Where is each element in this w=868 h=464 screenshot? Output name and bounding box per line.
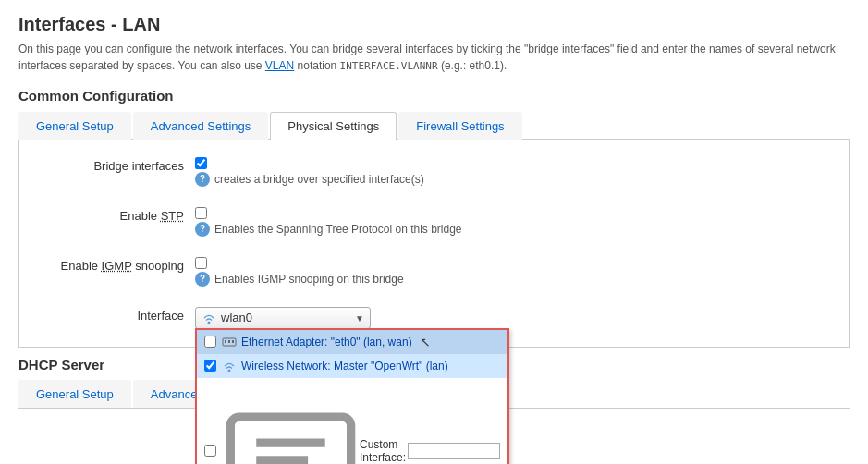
ethernet-icon bbox=[222, 335, 237, 349]
tab-advanced[interactable]: Advanced Settings bbox=[133, 112, 268, 140]
dropdown-custom-label: Custom Interface: bbox=[360, 438, 406, 464]
physical-settings-content: Bridge interfaces ? creates a bridge ove… bbox=[18, 140, 850, 348]
interface-select[interactable]: wlan0 ▼ bbox=[195, 307, 371, 329]
enable-igmp-label: Enable IGMP snooping bbox=[29, 257, 195, 273]
enable-igmp-row: Enable IGMP snooping ? Enables IGMP snoo… bbox=[29, 253, 839, 290]
config-tabs: General Setup Advanced Settings Physical… bbox=[18, 111, 850, 140]
enable-igmp-text: Enable IGMP snooping bbox=[61, 259, 184, 273]
bridge-interfaces-hint: ? creates a bridge over specified interf… bbox=[195, 172, 424, 187]
bridge-interfaces-label: Bridge interfaces bbox=[29, 157, 195, 173]
svg-point-5 bbox=[228, 369, 231, 372]
bridge-interfaces-checkbox-row bbox=[195, 157, 424, 169]
enable-igmp-control: ? Enables IGMP snooping on this bridge bbox=[195, 257, 404, 287]
dropdown-item-custom[interactable]: Custom Interface: bbox=[197, 378, 507, 465]
interface-row: Interface wlan0 ▼ bbox=[29, 303, 839, 333]
svg-rect-4 bbox=[232, 340, 234, 343]
custom-interface-icon bbox=[222, 383, 360, 465]
dropdown-wlan0-text: Wireless Network: Master "OpenWrt" (lan) bbox=[241, 360, 448, 372]
interface-dropdown-container: wlan0 ▼ Ethernet bbox=[195, 307, 371, 329]
tab-physical[interactable]: Physical Settings bbox=[270, 112, 397, 140]
dropdown-custom-input[interactable] bbox=[408, 443, 500, 459]
enable-stp-hint-text: Enables the Spanning Tree Protocol on th… bbox=[214, 223, 462, 236]
bridge-interfaces-row: Bridge interfaces ? creates a bridge ove… bbox=[29, 153, 839, 190]
enable-igmp-hint: ? Enables IGMP snooping on this bridge bbox=[195, 272, 404, 287]
enable-stp-row: Enable STP ? Enables the Spanning Tree P… bbox=[29, 203, 839, 240]
interface-dropdown-menu: Ethernet Adapter: "eth0" (lan, wan) ↖ Wi… bbox=[195, 328, 509, 465]
cursor-indicator: ↖ bbox=[420, 335, 431, 349]
dropdown-item-eth0[interactable]: Ethernet Adapter: "eth0" (lan, wan) ↖ bbox=[197, 330, 507, 354]
enable-igmp-checkbox[interactable] bbox=[195, 257, 207, 269]
tab-firewall[interactable]: Firewall Settings bbox=[398, 112, 521, 140]
page-title: Interfaces - LAN bbox=[18, 14, 850, 35]
interface-select-value: wlan0 bbox=[221, 311, 252, 324]
dropdown-eth0-text: Ethernet Adapter: "eth0" (lan, wan) bbox=[241, 336, 412, 348]
wlan-select-icon bbox=[202, 311, 216, 325]
dhcp-tab-general[interactable]: General Setup bbox=[18, 380, 131, 408]
interface-label: Interface bbox=[29, 307, 195, 323]
svg-rect-2 bbox=[225, 340, 226, 343]
enable-igmp-hint-text: Enables IGMP snooping on this bridge bbox=[214, 273, 404, 286]
svg-rect-3 bbox=[228, 340, 230, 343]
vlan-link[interactable]: VLAN bbox=[265, 59, 294, 72]
wireless-icon bbox=[222, 359, 237, 373]
interface-select-wrapper: wlan0 ▼ bbox=[195, 307, 371, 329]
bridge-interfaces-hint-icon[interactable]: ? bbox=[195, 172, 210, 187]
enable-stp-hint: ? Enables the Spanning Tree Protocol on … bbox=[195, 222, 462, 237]
common-config-title: Common Configuration bbox=[18, 88, 850, 104]
enable-stp-control: ? Enables the Spanning Tree Protocol on … bbox=[195, 207, 462, 237]
enable-stp-label: Enable STP bbox=[29, 207, 195, 223]
dropdown-item-wlan0[interactable]: Wireless Network: Master "OpenWrt" (lan) bbox=[197, 354, 507, 378]
enable-igmp-checkbox-row bbox=[195, 257, 404, 269]
page-description: On this page you can configure the netwo… bbox=[18, 41, 850, 75]
dropdown-wlan0-checkbox[interactable] bbox=[204, 360, 216, 372]
enable-stp-hint-icon[interactable]: ? bbox=[195, 222, 210, 237]
bridge-interfaces-control: ? creates a bridge over specified interf… bbox=[195, 157, 424, 187]
dropdown-custom-checkbox[interactable] bbox=[204, 445, 216, 457]
bridge-interfaces-hint-text: creates a bridge over specified interfac… bbox=[214, 173, 424, 186]
enable-stp-checkbox-row bbox=[195, 207, 462, 219]
dropdown-eth0-checkbox[interactable] bbox=[204, 336, 216, 348]
enable-igmp-hint-icon[interactable]: ? bbox=[195, 272, 210, 287]
select-arrow-icon: ▼ bbox=[355, 312, 364, 323]
svg-point-0 bbox=[208, 321, 211, 324]
page-container: Interfaces - LAN On this page you can co… bbox=[0, 0, 868, 422]
tab-general[interactable]: General Setup bbox=[18, 112, 131, 140]
bridge-interfaces-checkbox[interactable] bbox=[195, 157, 207, 169]
enable-stp-checkbox[interactable] bbox=[195, 207, 207, 219]
enable-stp-text: Enable STP bbox=[120, 209, 184, 223]
